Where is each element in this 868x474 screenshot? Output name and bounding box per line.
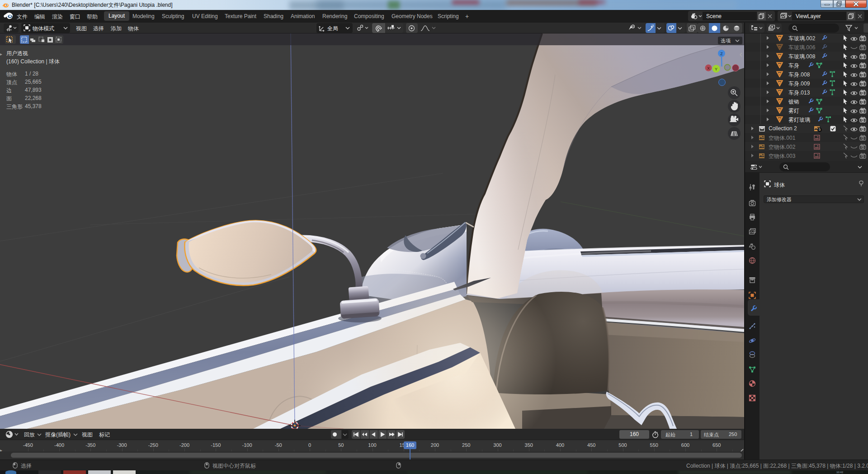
svg-text:Y: Y bbox=[715, 67, 717, 71]
svg-text:X: X bbox=[707, 66, 710, 71]
svg-text:Z: Z bbox=[720, 52, 723, 56]
